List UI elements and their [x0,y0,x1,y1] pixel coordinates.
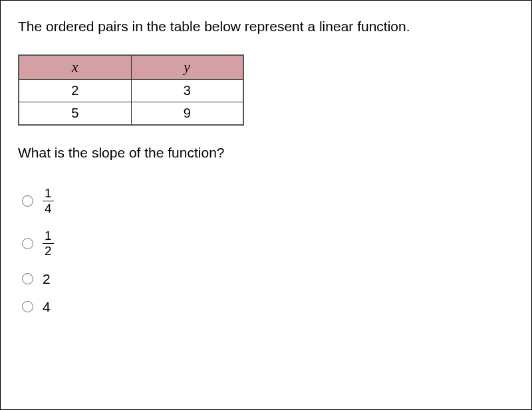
table-row: 2 3 [19,80,243,102]
fraction-numerator: 1 [43,229,54,243]
option-d-label: 4 [43,299,51,315]
question-frame: The ordered pairs in the table below rep… [0,0,532,410]
option-c[interactable]: 2 [22,265,514,293]
cell-y-0: 3 [131,80,243,102]
option-c-label: 2 [43,271,51,287]
header-y: y [131,55,243,80]
fraction-numerator: 1 [43,187,54,200]
option-a-label: 1 4 [43,187,54,215]
table-header-row: x y [19,55,243,80]
question-text: What is the slope of the function? [18,143,514,162]
options-group: 1 4 1 2 2 4 [22,180,514,321]
xy-table: x y 2 3 5 9 [18,54,244,126]
cell-x-1: 5 [19,102,131,126]
fraction-denominator: 2 [43,245,54,258]
prompt-text: The ordered pairs in the table below rep… [18,17,514,36]
cell-y-1: 9 [131,102,243,126]
table-row: 5 9 [19,102,243,126]
radio-icon [22,238,33,249]
cell-x-0: 2 [19,80,131,102]
fraction-denominator: 4 [43,202,54,215]
radio-icon [22,195,33,207]
option-a[interactable]: 1 4 [22,180,514,223]
option-b[interactable]: 1 2 [22,223,514,265]
option-d[interactable]: 4 [22,293,514,321]
header-x: x [19,55,131,80]
radio-icon [22,273,33,284]
option-b-label: 1 2 [43,229,54,258]
radio-icon [22,301,33,312]
